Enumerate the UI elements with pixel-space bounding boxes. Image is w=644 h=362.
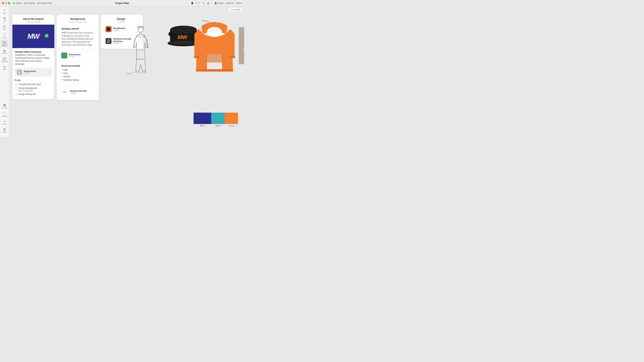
svg-point-15: [207, 27, 222, 37]
chevron-down-icon: ▾: [241, 2, 242, 4]
sidebar-item-trash[interactable]: 🗑 Trash: [1, 127, 8, 134]
todo-text-1: Complete brief with client: [18, 83, 41, 85]
about-card-image: MW: [12, 25, 54, 48]
brainstorm-icon: 🌿: [61, 52, 67, 58]
swatch-crusta: Crusta: [224, 113, 238, 127]
divider: [212, 2, 212, 4]
todo-checkbox-3[interactable]: [15, 93, 17, 95]
person-silhouette: [239, 27, 244, 64]
add-image-icon: 🖼: [3, 104, 6, 107]
todo-title: To do: [15, 79, 52, 81]
svg-line-1: [140, 32, 140, 34]
todo-item-3: Design clothing line: [15, 93, 52, 95]
moodboard-icon-inner: [107, 27, 110, 31]
minimize-button[interactable]: [5, 2, 7, 4]
svg-text:30F ft: 30F ft: [126, 72, 131, 75]
brainstorm-card[interactable]: 🌿 Brainstorm 0 cards: [59, 51, 96, 60]
swatch-astral-label: Astral: [211, 124, 224, 127]
svg-rect-17: [194, 56, 200, 58]
brand-item-spring: Australian Spring: [62, 79, 94, 81]
device-icon: 📱: [191, 2, 194, 4]
design-brief-box[interactable]: 📋 Design Brief 0 cards: [15, 68, 52, 77]
titlebar: 🖥 Home › Projects › Project Plan Project…: [0, 0, 244, 6]
projects-link[interactable]: Projects: [27, 2, 35, 4]
topbar: 0 Unsorted: [228, 8, 242, 12]
link-icon: ⛓: [3, 17, 6, 20]
bell-icon[interactable]: 🔔: [207, 2, 210, 4]
plan-link[interactable]: Project Plan: [40, 2, 52, 4]
green-dot: [45, 34, 48, 37]
column-icon: ▤: [3, 49, 6, 52]
moodboard-icon: [106, 26, 112, 32]
sidebar-item-line[interactable]: ╱ Line: [1, 32, 8, 39]
sidebar-item-more[interactable]: ···: [1, 72, 8, 79]
view-button[interactable]: View ▾: [236, 2, 242, 4]
svg-point-6: [142, 71, 146, 73]
comment-icon: 💬: [3, 57, 6, 60]
todo-checkbox-1[interactable]: [15, 83, 17, 86]
sidebar-item-table[interactable]: ⊟ Table: [1, 64, 8, 71]
sidebar-item-comment[interactable]: 💬 Comment: [1, 56, 8, 63]
todo-text-2: Present Moodboards: [18, 87, 37, 89]
todo-item-1: Complete brief with client: [15, 83, 52, 86]
brand-item-youthful: Youthful: [62, 75, 94, 78]
sidebar-item-todo[interactable]: ☰ To-do: [1, 24, 8, 31]
about-card-header: About the project 1 board, 2 cards: [12, 15, 54, 25]
sidebar-item-add-image[interactable]: 🖼 Add Image: [1, 103, 8, 110]
board-icon: ⊞: [3, 41, 6, 44]
swatch-minsk-label: Minsk: [194, 124, 211, 127]
sidebar-bottom: 🖼 Add Image 📄 Upload ✦ AI Ideas 🗑 Trash: [1, 103, 8, 134]
export-button[interactable]: Export ▾: [226, 2, 234, 4]
pdf-size: 188 KB: [70, 92, 86, 94]
brainstorm-info: Brainstorm 0 cards: [69, 53, 80, 58]
person-photo: [239, 27, 244, 64]
svg-point-11: [170, 26, 197, 34]
spring-launch-text: MWS is built around the concept of "walk…: [62, 31, 94, 46]
breadcrumb: 🖥 Home › Projects › Project Plan: [13, 2, 52, 4]
swatch-astral: Astral: [211, 113, 224, 127]
svg-point-3: [137, 26, 144, 28]
sidebar: ≡ Note ⛓ Link ☰ To-do ╱ Line ⊞ Board ▤ C…: [0, 6, 9, 137]
brief-meta: 0 cards: [24, 72, 36, 74]
background-title: Background: [59, 17, 96, 20]
brand-personality-title: Brand personality: [62, 64, 94, 67]
pdf-card[interactable]: pdf Brand assets.pdf 188 KB: [59, 86, 96, 98]
sidebar-item-upload[interactable]: 📄 Upload: [1, 111, 8, 118]
brand-personality-list: Edgy Dark Youthful Australian Spring: [62, 69, 94, 81]
maximize-button[interactable]: [8, 2, 10, 4]
brief-info: Design Brief 0 cards: [24, 70, 36, 74]
sidebar-item-board[interactable]: ⊞ Board: [1, 40, 8, 47]
swatch-minsk-color: [194, 113, 211, 124]
pdf-icon: pdf: [61, 88, 68, 95]
table-icon: ⊟: [4, 65, 6, 68]
sidebar-item-column[interactable]: ▤ Column: [1, 48, 8, 55]
close-button[interactable]: [2, 2, 4, 4]
content-area: 0 Unsorted About the project 1 board, 2 …: [9, 6, 244, 137]
main-layout: ≡ Note ⛓ Link ☰ To-do ╱ Line ⊞ Board ▤ C…: [0, 6, 244, 137]
todo-checkbox-2[interactable]: [15, 87, 17, 89]
hoodie-svg: [194, 21, 236, 84]
sidebar-item-link[interactable]: ⛓ Link: [1, 16, 8, 23]
share-button[interactable]: 👤 Share: [214, 2, 224, 4]
spring-launch-card[interactable]: Spring Launch MWS is built around the co…: [59, 25, 96, 49]
unsorted-button[interactable]: 0 Unsorted: [228, 8, 242, 12]
svg-point-5: [136, 71, 140, 73]
help-icon[interactable]: ?: [199, 2, 200, 4]
search-icon[interactable]: 🔍: [202, 2, 205, 4]
svg-rect-18: [229, 56, 235, 58]
fashion-sketch: 30F ft: [125, 26, 157, 83]
sidebar-item-note[interactable]: ≡ Note: [1, 8, 8, 15]
spring-launch-title: Spring Launch: [62, 27, 94, 30]
garment-icon: [106, 38, 112, 44]
hoodie-container: [194, 21, 236, 84]
color-swatches: Minsk Astral Crusta: [194, 113, 238, 127]
page-title: Project Plan: [116, 2, 129, 4]
mw-logo: MW: [28, 32, 40, 40]
todo-item-2: Present Moodboards Due 22 Aug 2026: [15, 87, 52, 92]
pdf-info: Brand assets.pdf 188 KB: [70, 90, 86, 94]
home-link[interactable]: Home: [16, 2, 22, 4]
note-icon: ≡: [4, 9, 5, 12]
sidebar-item-ai-ideas[interactable]: ✦ AI Ideas: [1, 119, 8, 126]
more-icon: ···: [3, 75, 6, 77]
share-icon: 👤: [214, 2, 217, 4]
